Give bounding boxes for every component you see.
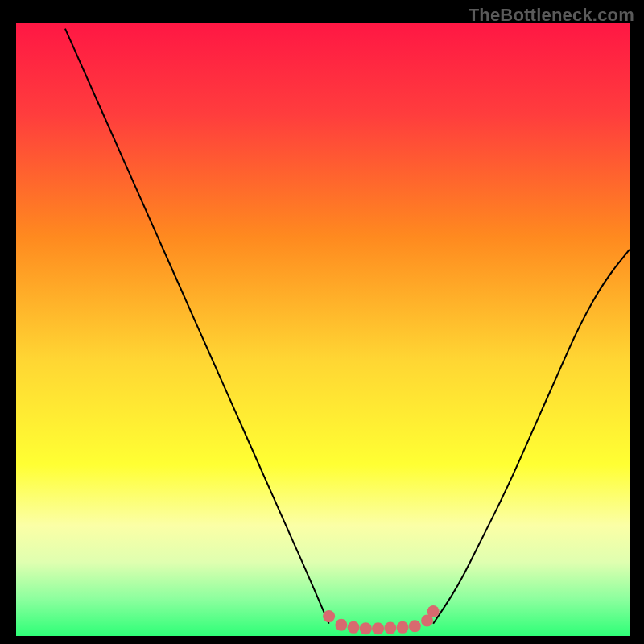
chart-frame: TheBottleneck.com — [0, 0, 644, 644]
chart-background — [16, 23, 630, 636]
chart-plot — [16, 23, 630, 636]
bottleneck-marker-dot — [397, 621, 409, 634]
bottleneck-marker-dot — [409, 620, 421, 632]
bottleneck-marker-dot — [323, 610, 335, 622]
bottleneck-marker-dot — [335, 619, 347, 631]
marker-end-dot — [429, 608, 437, 616]
bottleneck-marker-dot — [372, 622, 384, 634]
watermark-label: TheBottleneck.com — [469, 5, 634, 26]
bottleneck-marker-dot — [348, 621, 360, 634]
bottleneck-marker-dot — [360, 622, 372, 634]
bottleneck-marker-dot — [384, 622, 396, 634]
